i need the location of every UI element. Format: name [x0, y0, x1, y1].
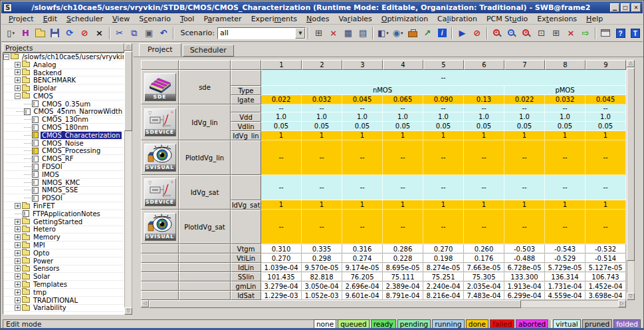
tree-expander-icon[interactable]: +	[15, 297, 21, 303]
tree-item-imos[interactable]: IMOS	[3, 171, 124, 179]
node-cell[interactable]: --	[342, 175, 383, 200]
new-project-button[interactable]: ▯▾	[3, 26, 18, 41]
param-name-cell[interactable]	[231, 175, 261, 200]
result-cell[interactable]: 8.216e-04	[423, 291, 464, 300]
tree-expander-icon[interactable]: +	[15, 305, 21, 311]
node-cell[interactable]: 0.05	[464, 122, 504, 131]
node-cell[interactable]: --	[464, 140, 504, 175]
result-cell[interactable]: 75.305	[464, 272, 504, 281]
export-nodes-button[interactable]: ⇨	[578, 26, 593, 41]
column-header[interactable]: 4	[383, 60, 423, 70]
column-header[interactable]: 7	[504, 60, 545, 70]
node-cell[interactable]: --	[302, 210, 342, 244]
param-name-cell[interactable]: IdVg_lin	[231, 131, 261, 140]
param-name-cell[interactable]	[231, 140, 261, 175]
tool-icon-cell[interactable]: ∇dn+SDEVICE	[141, 175, 179, 210]
node-cell[interactable]: 0.032	[302, 95, 342, 104]
node-cell[interactable]: --	[261, 140, 302, 175]
close-button[interactable]: ✕	[631, 3, 641, 12]
tree-item-cmos_noise[interactable]: CMOS_Noise	[3, 140, 124, 148]
node-cell[interactable]: --	[423, 104, 464, 112]
save-project-button[interactable]	[48, 26, 62, 41]
tree-item-benchmark[interactable]: +BENCHMARK	[3, 77, 124, 84]
tree-item-memory[interactable]: +Memory	[3, 234, 124, 242]
menu-item-variables[interactable]: Variables	[334, 14, 376, 24]
column-header[interactable]: 1	[261, 60, 302, 70]
column-header[interactable]: 8	[545, 60, 586, 70]
tree-item-sensors[interactable]: +Sensors	[3, 265, 124, 273]
tree-item-power[interactable]: +Power	[3, 257, 124, 265]
result-cell[interactable]: 75.111	[383, 272, 423, 281]
zoom-reset-button[interactable]: ×	[519, 26, 534, 41]
node-cell[interactable]: --	[342, 104, 383, 112]
result-cell[interactable]: 0.286	[383, 244, 423, 253]
scrollbar-thumb[interactable]	[149, 300, 521, 308]
help-button[interactable]: ?	[613, 26, 628, 41]
text-tool-button[interactable]: T	[628, 26, 643, 41]
tree-expander-icon[interactable]: +	[15, 62, 21, 68]
node-cell[interactable]: 0.022	[504, 95, 545, 104]
node-cell[interactable]: --	[342, 140, 383, 175]
node-cell[interactable]: --	[423, 210, 464, 244]
node-cell[interactable]: 0.05	[342, 122, 383, 131]
attach-window-button[interactable]: ⊞	[549, 26, 564, 41]
node-cell[interactable]: 0.05	[383, 122, 423, 131]
toolbox-button[interactable]	[405, 26, 420, 41]
result-cell[interactable]: 0.228	[383, 253, 423, 263]
result-cell[interactable]: 1.229e-03	[261, 291, 302, 300]
chart-button[interactable]: ↗	[420, 26, 435, 41]
node-cell[interactable]: 1	[504, 200, 545, 210]
node-cell[interactable]: --	[464, 210, 504, 244]
view-mode-button[interactable]: ◧▾	[376, 26, 390, 41]
tree-item-gettingstarted[interactable]: +GettingStarted	[3, 218, 124, 226]
tree-expander-icon[interactable]: −	[3, 54, 9, 60]
result-cell[interactable]: 0.260	[464, 244, 504, 253]
result-cell[interactable]: 7.483e-04	[464, 291, 504, 300]
tree-item-nmos_sse[interactable]: NMOS_SSE	[3, 187, 124, 195]
node-cell[interactable]: --	[464, 175, 504, 200]
node-cell[interactable]: 1.0	[464, 112, 504, 122]
tree-expander-icon[interactable]: +	[15, 77, 21, 83]
node-cell[interactable]: 1	[423, 200, 464, 210]
result-cell[interactable]: 76.205	[342, 272, 383, 281]
node-cell[interactable]: 1.0	[383, 112, 423, 122]
result-cell[interactable]: 9.601e-04	[342, 291, 383, 300]
titlebar[interactable]: S /slowfs/ch10cae5/users/vryvkin/STDB/CM…	[1, 1, 643, 13]
result-cell[interactable]: 0.198	[423, 253, 464, 263]
menu-item-parameter[interactable]: Parameter	[199, 14, 246, 24]
param-name-cell[interactable]: Vtgm	[231, 244, 261, 253]
tool-name-cell[interactable]: PlotIdVg_sat	[179, 210, 231, 244]
node-cell[interactable]: 1	[464, 200, 504, 210]
tree-expander-icon[interactable]: +	[15, 258, 21, 264]
scroll-left-icon[interactable]: ◁	[141, 300, 149, 307]
result-cell[interactable]: 1.731e-04	[545, 281, 586, 291]
node-cell[interactable]: --	[261, 210, 302, 244]
tree-expander-icon[interactable]: +	[15, 250, 21, 256]
node-cell[interactable]: 1	[383, 131, 423, 140]
projects-tree[interactable]: −/slowfs/ch10cae5/users/vryvkin/S+Analog…	[3, 53, 124, 315]
node-cell[interactable]: --	[302, 140, 342, 175]
node-cell[interactable]: 0.045	[342, 95, 383, 104]
param-name-cell[interactable]: gmLin	[231, 281, 261, 291]
tree-expander-icon[interactable]: +	[15, 289, 21, 295]
type-span-cell[interactable]: nMOS	[261, 86, 504, 95]
result-cell[interactable]: 2.696e-04	[342, 281, 383, 291]
tree-item-cmos_0-35um[interactable]: CMOS_0.35um	[3, 100, 124, 108]
tree-item-cmos[interactable]: −CMOS	[3, 92, 124, 100]
scroll-down-icon[interactable]: ▽	[124, 307, 132, 315]
node-cell[interactable]: --	[342, 210, 383, 244]
node-cell[interactable]: 0.05	[423, 122, 464, 131]
result-cell[interactable]: 0.335	[302, 244, 342, 253]
result-cell[interactable]: 8.695e-05	[383, 263, 423, 272]
tree-item-bipolar[interactable]: +Bipolar	[3, 84, 124, 92]
console-button[interactable]	[598, 26, 613, 41]
tree-item-cmos_characterization[interactable]: CMOS_Characterization	[3, 132, 124, 140]
result-cell[interactable]: 0.176	[464, 253, 504, 263]
result-cell[interactable]: -0.532	[586, 244, 626, 253]
node-cell[interactable]: 0.032	[545, 95, 586, 104]
menu-item-calibration[interactable]: Calibration	[433, 14, 482, 24]
node-cell[interactable]: --	[383, 210, 423, 244]
abort-button[interactable]: ⊘	[77, 26, 92, 41]
tree-item-cmos_130nm[interactable]: CMOS_130nm	[3, 116, 124, 124]
node-cell[interactable]: --	[504, 175, 545, 200]
